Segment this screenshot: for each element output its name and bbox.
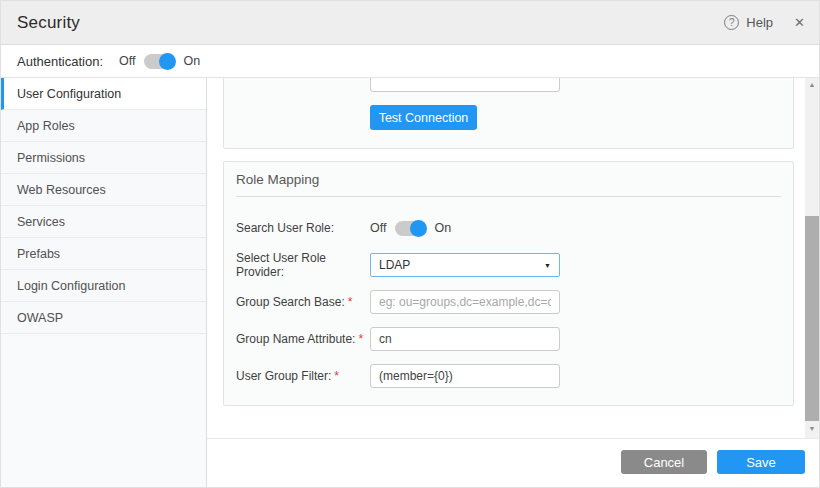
- cancel-button[interactable]: Cancel: [621, 450, 707, 474]
- group-search-base-label: Group Search Base:*: [236, 295, 370, 309]
- user-role-provider-select[interactable]: LDAP ▼: [370, 253, 560, 277]
- close-icon[interactable]: ✕: [794, 15, 805, 30]
- group-name-attribute-label: Group Name Attribute:*: [236, 332, 370, 346]
- search-user-role-label: Search User Role:: [236, 221, 370, 235]
- test-connection-button[interactable]: Test Connection: [370, 105, 477, 130]
- search-user-role-off-label: Off: [370, 221, 386, 235]
- search-user-role-toggle[interactable]: [395, 221, 425, 236]
- sidebar-item-app-roles[interactable]: App Roles: [1, 110, 206, 142]
- toggle-knob: [159, 53, 176, 70]
- help-icon[interactable]: ?: [724, 15, 739, 30]
- role-mapping-title: Role Mapping: [224, 162, 793, 196]
- dialog-footer: Cancel Save: [207, 438, 820, 488]
- sidebar-item-web-resources[interactable]: Web Resources: [1, 174, 206, 206]
- authentication-on-label: On: [183, 54, 200, 68]
- save-button[interactable]: Save: [717, 450, 805, 474]
- search-user-role-toggle-group: Off On: [370, 221, 451, 236]
- selected-provider-value: LDAP: [379, 258, 410, 272]
- user-group-filter-input[interactable]: [370, 364, 560, 388]
- scroll-down-icon[interactable]: ▼: [805, 422, 819, 436]
- sidebar-item-permissions[interactable]: Permissions: [1, 142, 206, 174]
- role-mapping-form: Search User Role: Off On Select User Rol…: [224, 197, 793, 388]
- header-actions: ? Help ✕: [724, 15, 805, 30]
- ldap-partial-input[interactable]: [370, 78, 560, 92]
- settings-sidebar: User Configuration App Roles Permissions…: [1, 78, 207, 488]
- authentication-bar: Authentication: Off On: [1, 45, 820, 78]
- scroll-up-icon[interactable]: ▲: [805, 78, 819, 92]
- required-marker: *: [358, 332, 363, 346]
- security-dialog: Security ? Help ✕ Authentication: Off On…: [0, 0, 820, 488]
- ldap-provider-panel: Test Connection: [223, 78, 794, 149]
- provider-label: Select User Role Provider:: [236, 251, 370, 279]
- sidebar-item-services[interactable]: Services: [1, 206, 206, 238]
- toggle-knob: [410, 220, 427, 237]
- sidebar-item-prefabs[interactable]: Prefabs: [1, 238, 206, 270]
- sidebar-item-login-configuration[interactable]: Login Configuration: [1, 270, 206, 302]
- authentication-label: Authentication:: [17, 54, 103, 69]
- user-group-filter-label: User Group Filter:*: [236, 369, 370, 383]
- authentication-toggle[interactable]: [144, 54, 174, 69]
- role-mapping-panel: Role Mapping Search User Role: Off On Se…: [223, 161, 794, 406]
- scrollbar-thumb[interactable]: [805, 216, 819, 421]
- page-title: Security: [17, 13, 80, 33]
- help-link[interactable]: Help: [746, 15, 773, 30]
- sidebar-item-owasp[interactable]: OWASP: [1, 302, 206, 334]
- required-marker: *: [334, 369, 339, 383]
- required-marker: *: [348, 295, 353, 309]
- group-search-base-row: Group Search Base:*: [236, 290, 781, 314]
- user-group-filter-row: User Group Filter:*: [236, 364, 781, 388]
- authentication-off-label: Off: [119, 54, 135, 68]
- group-name-attribute-row: Group Name Attribute:*: [236, 327, 781, 351]
- chevron-down-icon: ▼: [544, 262, 551, 269]
- group-search-base-input[interactable]: [370, 290, 560, 314]
- search-user-role-on-label: On: [434, 221, 451, 235]
- sidebar-item-user-configuration[interactable]: User Configuration: [1, 78, 206, 110]
- provider-row: Select User Role Provider: LDAP ▼: [236, 253, 781, 277]
- content-scrollbar[interactable]: ▲ ▼: [805, 78, 819, 438]
- group-name-attribute-input[interactable]: [370, 327, 560, 351]
- user-configuration-content: Test Connection Role Mapping Search User…: [207, 78, 807, 438]
- authentication-toggle-group: Off On: [119, 54, 200, 69]
- search-user-role-row: Search User Role: Off On: [236, 216, 781, 240]
- dialog-header: Security ? Help ✕: [1, 1, 820, 45]
